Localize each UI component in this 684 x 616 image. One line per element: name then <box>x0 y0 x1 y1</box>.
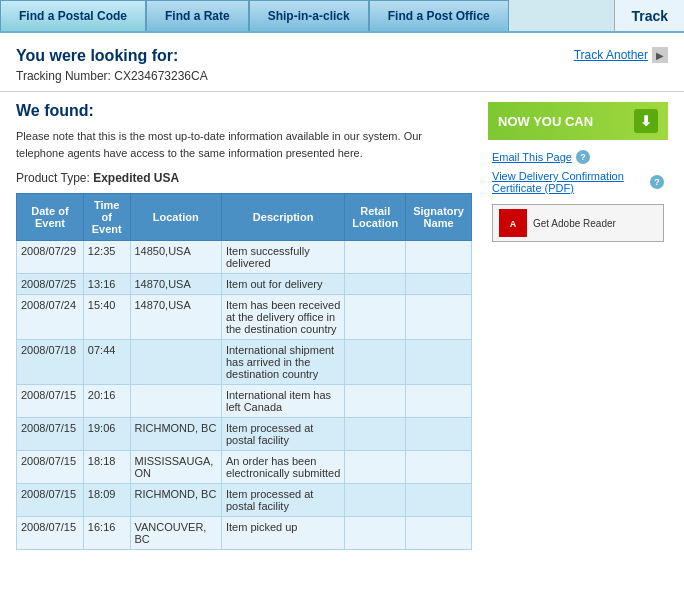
cell-retail <box>345 517 406 550</box>
cell-retail <box>345 295 406 340</box>
col-time: Time of Event <box>83 194 130 241</box>
email-help-icon: ? <box>576 150 590 164</box>
cell-signatory <box>406 295 472 340</box>
cell-date: 2008/07/15 <box>17 385 84 418</box>
right-links: Email This Page ? View Delivery Confirma… <box>488 150 668 242</box>
email-this-page-link[interactable]: Email This Page <box>492 151 572 163</box>
cell-signatory <box>406 241 472 274</box>
cell-retail <box>345 340 406 385</box>
track-label: Track <box>614 0 684 31</box>
cell-time: 19:06 <box>83 418 130 451</box>
cell-retail <box>345 274 406 295</box>
adobe-icon: A <box>499 209 527 237</box>
tracking-number-value: CX234673236CA <box>114 69 207 83</box>
cell-description: Item successfully delivered <box>221 241 344 274</box>
cell-location: 14850,USA <box>130 241 221 274</box>
cell-date: 2008/07/15 <box>17 418 84 451</box>
we-found-heading: We found: <box>16 102 472 120</box>
col-signatory: Signatory Name <box>406 194 472 241</box>
cell-retail <box>345 484 406 517</box>
cell-description: Item has been received at the delivery o… <box>221 295 344 340</box>
table-row: 2008/07/2415:4014870,USAItem has been re… <box>17 295 472 340</box>
cell-location <box>130 385 221 418</box>
cell-time: 12:35 <box>83 241 130 274</box>
cell-time: 18:18 <box>83 451 130 484</box>
cell-time: 16:16 <box>83 517 130 550</box>
cell-description: Item picked up <box>221 517 344 550</box>
delivery-help-icon: ? <box>650 175 664 189</box>
cell-date: 2008/07/29 <box>17 241 84 274</box>
product-type: Product Type: Expedited USA <box>16 171 472 185</box>
track-another-link[interactable]: Track Another <box>574 48 648 62</box>
table-row: 2008/07/1518:18MISSISSAUGA, ONAn order h… <box>17 451 472 484</box>
track-another-container: Track Another ▶ <box>574 47 668 63</box>
cell-retail <box>345 385 406 418</box>
we-found-section: We found: Please note that this is the m… <box>16 102 472 185</box>
tab-ship-in-a-click[interactable]: Ship-in-a-click <box>249 0 369 31</box>
cell-signatory <box>406 517 472 550</box>
table-row: 2008/07/1519:06RICHMOND, BCItem processe… <box>17 418 472 451</box>
cell-time: 13:16 <box>83 274 130 295</box>
cell-signatory <box>406 484 472 517</box>
cell-time: 20:16 <box>83 385 130 418</box>
cell-signatory <box>406 418 472 451</box>
table-row: 2008/07/2912:3514850,USAItem successfull… <box>17 241 472 274</box>
top-navigation: Find a Postal Code Find a Rate Ship-in-a… <box>0 0 684 33</box>
col-retail: Retail Location <box>345 194 406 241</box>
cell-location: 14870,USA <box>130 295 221 340</box>
cell-signatory <box>406 385 472 418</box>
cell-date: 2008/07/15 <box>17 517 84 550</box>
cell-time: 15:40 <box>83 295 130 340</box>
download-icon: ⬇ <box>634 109 658 133</box>
col-date: Date of Event <box>17 194 84 241</box>
cell-location <box>130 340 221 385</box>
cell-location: RICHMOND, BC <box>130 484 221 517</box>
cell-location: RICHMOND, BC <box>130 418 221 451</box>
product-type-value: Expedited USA <box>93 171 179 185</box>
cell-time: 18:09 <box>83 484 130 517</box>
tracking-table: Date of Event Time of Event Location Des… <box>16 193 472 550</box>
delivery-confirmation-link[interactable]: View Delivery Confirmation Certificate (… <box>492 170 646 194</box>
col-description: Description <box>221 194 344 241</box>
table-row: 2008/07/1807:44International shipment ha… <box>17 340 472 385</box>
col-location: Location <box>130 194 221 241</box>
table-row: 2008/07/1520:16International item has le… <box>17 385 472 418</box>
now-you-can-banner: NOW YOU CAN ⬇ <box>488 102 668 140</box>
cell-time: 07:44 <box>83 340 130 385</box>
cell-description: An order has been electronically submitt… <box>221 451 344 484</box>
cell-date: 2008/07/25 <box>17 274 84 295</box>
table-row: 2008/07/1516:16VANCOUVER, BCItem picked … <box>17 517 472 550</box>
now-you-can-text: NOW YOU CAN <box>498 114 593 129</box>
cell-description: Item out for delivery <box>221 274 344 295</box>
tab-find-post-office[interactable]: Find a Post Office <box>369 0 509 31</box>
table-row: 2008/07/1518:09RICHMOND, BCItem processe… <box>17 484 472 517</box>
table-row: 2008/07/2513:1614870,USAItem out for del… <box>17 274 472 295</box>
notice-text: Please note that this is the most up-to-… <box>16 128 472 161</box>
tracking-number: Tracking Number: CX234673236CA <box>16 69 668 83</box>
cell-description: International shipment has arrived in th… <box>221 340 344 385</box>
cell-signatory <box>406 340 472 385</box>
cell-location: VANCOUVER, BC <box>130 517 221 550</box>
right-panel: NOW YOU CAN ⬇ Email This Page ? View Del… <box>488 102 668 550</box>
cell-retail <box>345 241 406 274</box>
left-panel: We found: Please note that this is the m… <box>16 102 488 550</box>
svg-text:A: A <box>510 219 517 229</box>
cell-signatory <box>406 451 472 484</box>
adobe-reader-label: Get Adobe Reader <box>533 217 616 230</box>
cell-retail <box>345 418 406 451</box>
cell-date: 2008/07/18 <box>17 340 84 385</box>
adobe-reader-button[interactable]: A Get Adobe Reader <box>492 204 664 242</box>
tab-find-postal-code[interactable]: Find a Postal Code <box>0 0 146 31</box>
cell-description: Item processed at postal facility <box>221 418 344 451</box>
cell-signatory <box>406 274 472 295</box>
cell-date: 2008/07/15 <box>17 451 84 484</box>
main-content: We found: Please note that this is the m… <box>0 92 684 560</box>
email-link-row: Email This Page ? <box>492 150 664 164</box>
table-header-row: Date of Event Time of Event Location Des… <box>17 194 472 241</box>
cell-retail <box>345 451 406 484</box>
cell-description: Item processed at postal facility <box>221 484 344 517</box>
delivery-link-row: View Delivery Confirmation Certificate (… <box>492 170 664 194</box>
cell-date: 2008/07/24 <box>17 295 84 340</box>
cell-location: MISSISSAUGA, ON <box>130 451 221 484</box>
tab-find-rate[interactable]: Find a Rate <box>146 0 249 31</box>
